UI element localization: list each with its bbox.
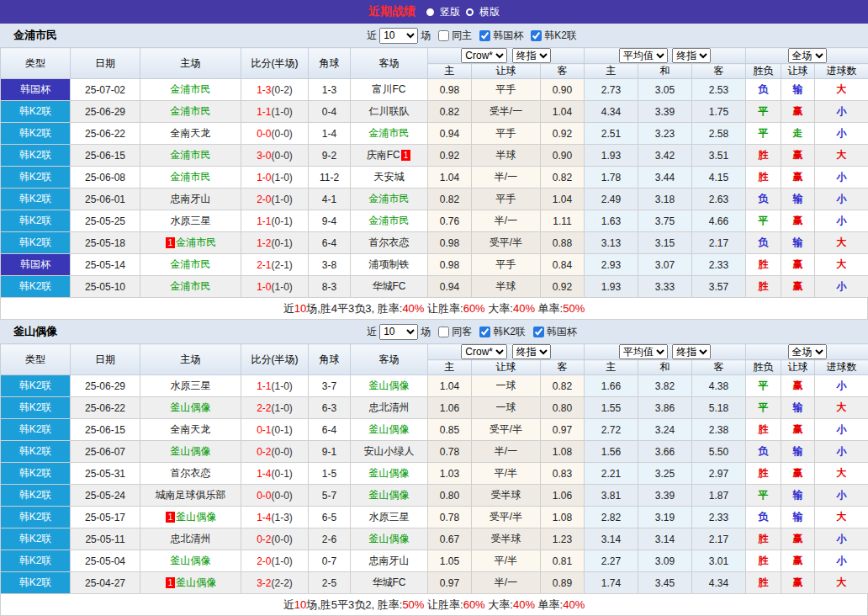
layout-vertical-label[interactable]: 竖版 [440, 5, 460, 19]
league-cell: 韩K2联 [1, 375, 71, 397]
odds-away-cell: 0.92 [541, 123, 585, 145]
odds-group-header: Crow* 终指 [428, 344, 585, 360]
avg-draw-cell: 3.86 [638, 397, 692, 419]
handicap-result-cell: 赢 [781, 210, 815, 232]
scope-select[interactable]: 全场 [788, 344, 827, 359]
odds-home-cell: 1.04 [428, 375, 472, 397]
layout-horizontal-radio[interactable] [466, 8, 474, 16]
avg-away-cell: 5.18 [692, 397, 746, 419]
odds-home-cell: 0.82 [428, 189, 472, 210]
avg-draw-cell: 3.39 [638, 101, 692, 123]
league-filter-checkbox[interactable] [479, 30, 490, 41]
matches-table: 类型 日期 主场 比分(半场) 角球 客场 Crow* 终指 平均值 终指 全场 [0, 47, 868, 298]
avg-source-select[interactable]: 平均值 [619, 344, 668, 359]
away-team-cell: 金浦市民 [351, 189, 428, 210]
corner-cell: 9-4 [309, 210, 351, 232]
score-cell: 3-0(0-0) [241, 145, 309, 167]
home-team-cell: 1釜山偶像 [140, 572, 241, 594]
result-cell: 负 [746, 232, 781, 254]
topbar: 近期战绩 竖版 横版 [0, 0, 868, 24]
match-row: 韩K2联25-06-22釜山偶像2-2(1-0)6-3忠北清州1.06一球0.8… [1, 397, 868, 419]
league-filter-label[interactable]: 韩K2联 [493, 325, 526, 339]
odds-away-cell: 0.83 [541, 463, 585, 485]
score-cell: 1-0(1-0) [241, 167, 309, 189]
match-row: 韩K2联25-05-10金浦市民1-0(1-0)8-3华城FC0.94半球0.9… [1, 276, 868, 298]
avg-home-cell: 1.66 [585, 375, 638, 397]
match-row: 韩K2联25-06-29水原三星1-1(1-0)3-7釜山偶像1.04一球0.8… [1, 375, 868, 397]
odds-home-cell: 1.06 [428, 397, 472, 419]
league-filter-checkbox[interactable] [479, 327, 490, 337]
avg-home-cell: 2.73 [585, 79, 638, 101]
league-cell: 韩K2联 [1, 232, 71, 254]
away-team-cell: 浦项制铁 [351, 254, 428, 276]
avg-home-cell: 1.56 [585, 441, 638, 463]
home-team-cell: 水原三星 [140, 210, 241, 232]
score-cell: 1-1(1-0) [241, 101, 309, 123]
home-team-cell: 金浦市民 [140, 101, 241, 123]
layout-vertical-radio[interactable] [426, 8, 434, 16]
avg-home-cell: 1.74 [585, 572, 638, 594]
league-filter-checkbox[interactable] [533, 327, 544, 337]
odds-away-cell: 0.80 [541, 397, 585, 419]
date-cell: 25-05-31 [71, 463, 140, 485]
avg-source-select[interactable]: 平均值 [619, 48, 668, 63]
handicap-cell: 平手 [472, 79, 541, 101]
handicap-result-cell: 输 [781, 189, 815, 210]
date-cell: 25-05-14 [71, 254, 140, 276]
same-venue-checkbox[interactable] [438, 30, 449, 41]
same-venue-label[interactable]: 同客 [452, 325, 472, 339]
home-team-cell: 全南天龙 [140, 419, 241, 441]
scope-group-header: 全场 [746, 48, 868, 64]
handicap-cell: 半/一 [472, 167, 541, 189]
recent-count-select[interactable]: 10 [379, 28, 418, 44]
col-result: 胜负 [746, 360, 781, 375]
avg-home-cell: 2.21 [585, 463, 638, 485]
corner-cell: 1-5 [309, 463, 351, 485]
home-team-cell: 首尔衣恋 [140, 463, 241, 485]
home-team-cell: 城南足球俱乐部 [140, 485, 241, 507]
away-team-cell: 水原三星 [351, 507, 428, 528]
col-goals: 进球数 [815, 64, 868, 79]
league-filter-label[interactable]: 韩国杯 [493, 29, 523, 43]
col-avg-home: 主 [585, 360, 638, 375]
odds-source-select[interactable]: Crow* [461, 48, 507, 63]
corner-cell: 0-4 [309, 101, 351, 123]
same-venue-checkbox[interactable] [438, 327, 449, 337]
date-cell: 25-05-25 [71, 210, 140, 232]
filter-controls: 近 10 场 同客 韩K2联 韩国杯 [291, 324, 577, 340]
match-row: 韩K2联25-06-15全南天龙0-1(0-1)6-4釜山偶像0.85受平/半0… [1, 419, 868, 441]
away-team-cell: 金浦市民 [351, 123, 428, 145]
avg-time-select[interactable]: 终指 [672, 344, 711, 359]
corner-cell: 9-1 [309, 441, 351, 463]
league-filter-checkbox[interactable] [531, 30, 542, 41]
goals-result-cell: 大 [815, 572, 868, 594]
date-cell: 25-06-07 [71, 441, 140, 463]
odds-home-cell: 0.98 [428, 232, 472, 254]
league-filter-label[interactable]: 韩K2联 [544, 29, 577, 43]
goals-result-cell: 小 [815, 123, 868, 145]
odds-time-select[interactable]: 终指 [512, 48, 551, 63]
league-filter-label[interactable]: 韩国杯 [547, 325, 577, 339]
result-cell: 胜 [746, 528, 781, 550]
odds-time-select[interactable]: 终指 [512, 344, 551, 359]
avg-time-select[interactable]: 终指 [672, 48, 711, 63]
odds-away-cell: 0.89 [541, 572, 585, 594]
away-team-cell: 忠南牙山 [351, 550, 428, 572]
match-row: 韩K2联25-05-04釜山偶像2-0(1-0)0-7忠南牙山1.05平/半0.… [1, 550, 868, 572]
layout-horizontal-label[interactable]: 横版 [479, 5, 500, 19]
goals-result-cell: 大 [815, 397, 868, 419]
matches-table: 类型 日期 主场 比分(半场) 角球 客场 Crow* 终指 平均值 终指 全场 [0, 343, 868, 594]
league-cell: 韩K2联 [1, 550, 71, 572]
avg-draw-cell: 3.18 [638, 189, 692, 210]
avg-home-cell: 3.81 [585, 485, 638, 507]
same-venue-label[interactable]: 同主 [452, 29, 472, 43]
odds-source-select[interactable]: Crow* [461, 344, 507, 359]
home-team-cell: 金浦市民 [140, 276, 241, 298]
handicap-cell: 平手 [472, 254, 541, 276]
score-cell: 0-2(0-0) [241, 441, 309, 463]
home-team-cell: 忠南牙山 [140, 189, 241, 210]
recent-count-select[interactable]: 10 [379, 324, 418, 340]
odds-home-cell: 1.03 [428, 463, 472, 485]
col-avg-home: 主 [585, 64, 638, 79]
scope-select[interactable]: 全场 [788, 48, 827, 63]
